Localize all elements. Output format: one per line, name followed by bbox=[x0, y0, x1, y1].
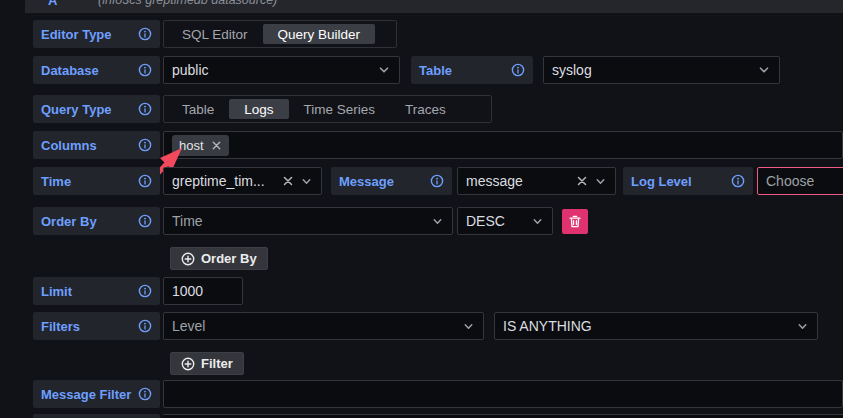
message-filter-label-text: Message Filter bbox=[41, 387, 131, 402]
info-icon[interactable] bbox=[138, 27, 152, 41]
remove-column-icon[interactable] bbox=[211, 140, 222, 151]
table-value: syslog bbox=[552, 62, 751, 78]
time-label: Time bbox=[33, 167, 160, 195]
table-label: Table bbox=[411, 56, 533, 84]
info-icon[interactable] bbox=[430, 174, 444, 188]
query-type-option-traces[interactable]: Traces bbox=[390, 99, 461, 119]
log-level-label: Log Level bbox=[623, 167, 753, 195]
clipped-next-row-label bbox=[33, 414, 160, 418]
order-by-label: Order By bbox=[33, 207, 160, 235]
filters-label-text: Filters bbox=[41, 319, 80, 334]
add-order-by-button[interactable]: Order By bbox=[170, 247, 268, 270]
database-value: public bbox=[172, 62, 371, 78]
chevron-down-icon[interactable] bbox=[757, 63, 771, 77]
message-column-value: message bbox=[466, 173, 570, 189]
filters-label: Filters bbox=[33, 312, 160, 340]
query-type-radio-group: Table Logs Time Series Traces bbox=[163, 95, 492, 123]
columns-label: Columns bbox=[33, 131, 160, 159]
info-icon[interactable] bbox=[731, 174, 745, 188]
database-select[interactable]: public bbox=[163, 56, 400, 84]
message-label-text: Message bbox=[339, 174, 394, 189]
order-by-field-value: Time bbox=[172, 213, 425, 229]
filter-operator-value: IS ANYTHING bbox=[503, 318, 790, 334]
info-icon[interactable] bbox=[511, 63, 525, 77]
info-icon[interactable] bbox=[138, 174, 152, 188]
table-select[interactable]: syslog bbox=[543, 56, 780, 84]
editor-type-option-sql-editor[interactable]: SQL Editor bbox=[167, 24, 263, 44]
clear-icon[interactable] bbox=[576, 175, 588, 187]
clear-icon[interactable] bbox=[282, 175, 294, 187]
chevron-down-icon[interactable] bbox=[531, 215, 544, 228]
remove-order-by-button[interactable] bbox=[562, 209, 588, 234]
limit-label-text: Limit bbox=[41, 284, 72, 299]
chevron-down-icon[interactable] bbox=[377, 63, 391, 77]
clipped-next-row-field bbox=[163, 414, 843, 418]
columns-label-text: Columns bbox=[41, 138, 97, 153]
add-order-by-button-label: Order By bbox=[201, 251, 257, 266]
info-icon[interactable] bbox=[138, 214, 152, 228]
info-icon[interactable] bbox=[138, 284, 152, 298]
query-type-label: Query Type bbox=[33, 95, 160, 123]
info-icon[interactable] bbox=[138, 63, 152, 77]
query-type-option-table[interactable]: Table bbox=[167, 99, 229, 119]
chevron-down-icon[interactable] bbox=[462, 320, 475, 333]
circle-plus-icon bbox=[181, 252, 195, 266]
columns-multiselect[interactable]: host bbox=[163, 131, 843, 159]
limit-label: Limit bbox=[33, 277, 160, 305]
log-level-placeholder: Choose bbox=[766, 173, 843, 189]
editor-type-label-text: Editor Type bbox=[41, 27, 112, 42]
log-level-label-text: Log Level bbox=[631, 174, 692, 189]
column-chip-host[interactable]: host bbox=[172, 135, 229, 156]
chevron-down-icon[interactable] bbox=[431, 215, 444, 228]
editor-type-option-query-builder[interactable]: Query Builder bbox=[263, 24, 376, 44]
message-label: Message bbox=[331, 167, 452, 195]
filter-field-value: Level bbox=[172, 318, 456, 334]
add-filter-button-label: Filter bbox=[201, 356, 233, 371]
query-type-option-time-series[interactable]: Time Series bbox=[289, 99, 391, 119]
time-column-value: greptime_tim... bbox=[172, 173, 276, 189]
query-editor-panel: A (info3cs greptimedb datasource) Editor… bbox=[0, 0, 843, 418]
filter-field-select[interactable]: Level bbox=[163, 312, 484, 340]
order-by-field-select[interactable]: Time bbox=[163, 207, 453, 235]
circle-plus-icon bbox=[181, 357, 195, 371]
add-filter-button[interactable]: Filter bbox=[170, 352, 244, 375]
message-filter-input[interactable] bbox=[163, 380, 843, 408]
query-header[interactable]: A (info3cs greptimedb datasource) bbox=[25, 0, 843, 13]
database-label-text: Database bbox=[41, 63, 99, 78]
chevron-down-icon[interactable] bbox=[300, 175, 313, 188]
order-by-direction-value: DESC bbox=[466, 213, 525, 229]
chevron-down-icon[interactable] bbox=[594, 175, 607, 188]
order-by-direction-select[interactable]: DESC bbox=[457, 207, 553, 235]
query-type-label-text: Query Type bbox=[41, 102, 112, 117]
time-column-select[interactable]: greptime_tim... bbox=[163, 167, 322, 195]
time-label-text: Time bbox=[41, 174, 71, 189]
trash-icon bbox=[568, 214, 582, 229]
log-level-select[interactable]: Choose bbox=[757, 167, 843, 195]
message-column-select[interactable]: message bbox=[457, 167, 616, 195]
order-by-label-text: Order By bbox=[41, 214, 97, 229]
editor-type-label: Editor Type bbox=[33, 20, 160, 48]
info-icon[interactable] bbox=[138, 319, 152, 333]
column-chip-label: host bbox=[179, 138, 204, 153]
table-label-text: Table bbox=[419, 63, 452, 78]
limit-input[interactable] bbox=[163, 277, 243, 305]
info-icon[interactable] bbox=[138, 387, 152, 401]
chevron-down-icon[interactable] bbox=[796, 320, 809, 333]
info-icon[interactable] bbox=[138, 138, 152, 152]
filter-operator-select[interactable]: IS ANYTHING bbox=[494, 312, 818, 340]
editor-type-radio-group: SQL Editor Query Builder bbox=[163, 20, 397, 48]
query-ref-id[interactable]: A bbox=[48, 0, 57, 8]
datasource-name: (info3cs greptimedb datasource) bbox=[98, 0, 277, 7]
info-icon[interactable] bbox=[138, 102, 152, 116]
query-type-option-logs[interactable]: Logs bbox=[229, 99, 288, 119]
message-filter-label: Message Filter bbox=[33, 380, 160, 408]
database-label: Database bbox=[33, 56, 160, 84]
